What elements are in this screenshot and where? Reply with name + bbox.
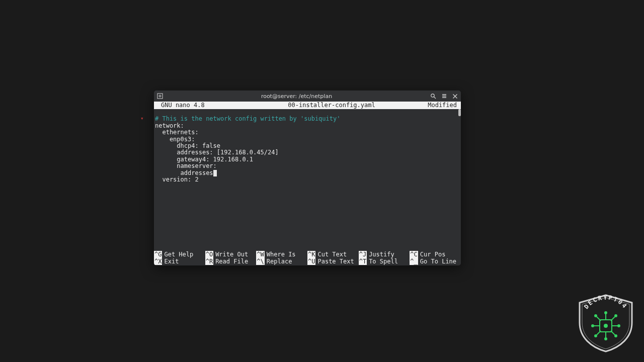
decrypt04-logo: DECRYPT04 bbox=[577, 294, 635, 353]
nano-footer: ^GGet Help ^OWrite Out ^WWhere Is ^KCut … bbox=[154, 251, 461, 265]
shortcut: ^UPaste Text bbox=[307, 258, 359, 265]
shortcut: ^OWrite Out bbox=[205, 251, 257, 258]
svg-point-3 bbox=[431, 94, 434, 97]
text-cursor bbox=[213, 170, 217, 176]
footer-row-1: ^GGet Help ^OWrite Out ^WWhere Is ^KCut … bbox=[154, 251, 461, 258]
svg-line-4 bbox=[434, 97, 436, 99]
search-icon[interactable] bbox=[430, 93, 436, 99]
editor-comment: # This is the network config written by … bbox=[155, 115, 340, 122]
editor-area[interactable]: # This is the network config written by … bbox=[154, 109, 461, 251]
svg-point-12 bbox=[604, 324, 607, 327]
editor-line: version: 2 bbox=[155, 176, 199, 183]
footer-row-2: ^XExit ^RRead File ^\Replace ^UPaste Tex… bbox=[154, 258, 461, 265]
shortcut: ^CCur Pos bbox=[410, 251, 461, 258]
shortcut: ^JJustify bbox=[359, 251, 410, 258]
shortcut: ^TTo Spell bbox=[359, 258, 410, 265]
nano-header: GNU nano 4.8 00-installer-config.yaml Mo… bbox=[154, 102, 461, 109]
shortcut: ^_Go To Line bbox=[410, 258, 461, 265]
svg-point-14 bbox=[605, 312, 607, 314]
svg-point-28 bbox=[615, 335, 617, 337]
terminal-window: root@server: /etc/netplan bbox=[154, 90, 461, 265]
window-title: root@server: /etc/netplan bbox=[163, 93, 430, 100]
shortcut: ^KCut Text bbox=[307, 251, 359, 258]
svg-point-18 bbox=[592, 325, 594, 327]
editor-line: nameserver: bbox=[155, 162, 217, 169]
new-tab-icon[interactable] bbox=[157, 93, 163, 99]
close-icon[interactable] bbox=[452, 94, 458, 99]
scrollbar-thumb[interactable] bbox=[458, 109, 461, 116]
editor-line: ethernets: bbox=[155, 129, 199, 136]
nano-status: Modified bbox=[412, 102, 457, 109]
nano-version: GNU nano 4.8 bbox=[161, 102, 252, 109]
titlebar[interactable]: root@server: /etc/netplan bbox=[154, 90, 461, 102]
editor-line: addresses: [192.168.0.45/24] bbox=[155, 149, 279, 156]
svg-point-20 bbox=[618, 325, 620, 327]
editor-line: dhcp4: false bbox=[155, 142, 220, 149]
editor-line: addresses bbox=[155, 169, 213, 176]
svg-point-16 bbox=[605, 338, 607, 340]
shortcut: ^GGet Help bbox=[154, 251, 205, 258]
svg-point-24 bbox=[615, 315, 617, 317]
shortcut: ^\Replace bbox=[256, 258, 307, 265]
shortcut: ^XExit bbox=[154, 258, 205, 265]
editor-line: enp0s3: bbox=[155, 136, 195, 143]
nano-filename: 00-installer-config.yaml bbox=[252, 102, 412, 109]
svg-point-22 bbox=[595, 315, 597, 317]
svg-point-26 bbox=[595, 335, 597, 337]
shortcut: ^WWhere Is bbox=[256, 251, 307, 258]
shortcut: ^RRead File bbox=[205, 258, 257, 265]
menu-icon[interactable] bbox=[441, 93, 447, 99]
red-marker-icon: ▾ bbox=[140, 117, 144, 121]
editor-line: network: bbox=[155, 122, 184, 129]
editor-line: gateway4: 192.168.0.1 bbox=[155, 156, 253, 163]
